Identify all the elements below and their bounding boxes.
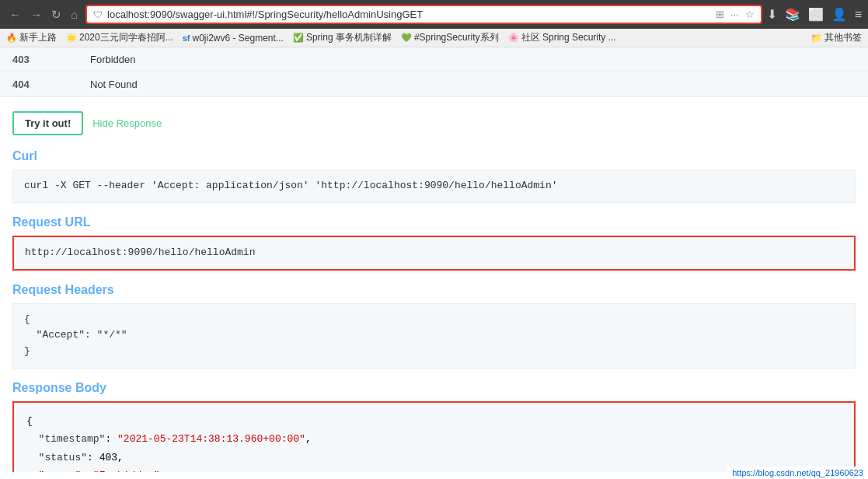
bookmarks-bar: 🔥 新手上路 🌟 2020三元同学春招阿... sf w0ji2wv6 - Se…: [0, 29, 868, 47]
nav-icons: ← → ↻ ⌂: [6, 6, 81, 23]
request-headers-section-header: Request Headers: [0, 277, 868, 300]
back-button[interactable]: ←: [6, 6, 24, 23]
browser-toolbar: ← → ↻ ⌂ 🛡 localhost:9090/swagger-ui.html…: [6, 5, 862, 29]
bookmark-recruit[interactable]: 🌟 2020三元同学春招阿...: [66, 31, 173, 44]
button-row: Try it out! Hide Response: [0, 103, 868, 143]
library-icon[interactable]: 📚: [785, 7, 800, 22]
json-timestamp: "timestamp": "2021-05-23T14:38:13.960+00…: [26, 430, 842, 448]
address-bar[interactable]: 🛡 localhost:9090/swagger-ui.html#!/Sprin…: [85, 5, 762, 24]
browser-chrome: ← → ↻ ⌂ 🛡 localhost:9090/swagger-ui.html…: [0, 0, 868, 29]
tab-icon[interactable]: ⬜: [808, 7, 824, 22]
shield-icon: 🛡: [93, 9, 103, 20]
refresh-button[interactable]: ↻: [48, 6, 64, 23]
bookmark-label: 新手上路: [19, 31, 57, 44]
response-code-404: 404: [0, 72, 78, 97]
response-code-403: 403: [0, 47, 78, 72]
headers-line-1: {: [24, 312, 844, 328]
star-icon: 🌟: [66, 33, 77, 43]
response-desc-404: Not Found: [78, 72, 868, 97]
forward-button[interactable]: →: [27, 6, 45, 23]
green-icon: 💚: [401, 33, 412, 43]
s-icon: sf: [183, 33, 190, 43]
response-body-box: { "timestamp": "2021-05-23T14:38:13.960+…: [12, 401, 856, 472]
response-body-code: { "timestamp": "2021-05-23T14:38:13.960+…: [14, 403, 854, 472]
try-it-out-button[interactable]: Try it out!: [12, 111, 83, 135]
curl-section-header: Curl: [0, 143, 868, 166]
request-headers-value: { "Accept": "*/*" }: [12, 303, 856, 369]
request-url-section-header: Request URL: [0, 209, 868, 233]
hide-response-link[interactable]: Hide Response: [92, 117, 162, 129]
response-desc-403: Forbidden: [78, 47, 868, 72]
table-row: 403 Forbidden: [0, 47, 868, 72]
bookmark-other-folder[interactable]: 📁 其他书签: [810, 31, 862, 44]
profile-icon[interactable]: 👤: [831, 7, 847, 22]
folder-icon: 📁: [810, 33, 822, 44]
bookmark-label: 2020三元同学春招阿...: [79, 31, 173, 44]
swagger-content: 403 Forbidden 404 Not Found Try it out! …: [0, 47, 868, 472]
url-text: localhost:9090/swagger-ui.html#!/SpringS…: [107, 9, 711, 20]
response-table: 403 Forbidden 404 Not Found: [0, 47, 868, 97]
bookmark-star-icon[interactable]: ☆: [745, 9, 755, 20]
response-body-section-header: Response Body: [0, 375, 868, 398]
download-icon[interactable]: ⬇: [767, 7, 777, 22]
bookmark-label: Spring 事务机制详解: [306, 31, 392, 44]
home-button[interactable]: ⌂: [68, 6, 81, 23]
bookmark-spring-security-tag[interactable]: 💚 #SpringSecurity系列: [401, 31, 499, 44]
flower-icon: 🌸: [508, 33, 519, 43]
bookmark-segment[interactable]: sf w0ji2wv6 - Segment...: [183, 33, 284, 44]
qr-icon[interactable]: ⊞: [716, 9, 724, 20]
bookmark-community[interactable]: 🌸 社区 Spring Security ...: [508, 31, 616, 44]
flame-icon: 🔥: [6, 33, 17, 43]
curl-command: curl -X GET --header 'Accept: applicatio…: [12, 170, 856, 203]
bookmark-label: #SpringSecurity系列: [414, 31, 499, 44]
browser-actions: ⬇ 📚 ⬜ 👤 ≡: [767, 7, 862, 22]
more-icon[interactable]: ···: [730, 9, 739, 20]
page-content: 403 Forbidden 404 Not Found Try it out! …: [0, 47, 868, 472]
request-url-value: http://localhost:9090/hello/helloAdmin: [14, 237, 854, 269]
bookmark-label: 社区 Spring Security ...: [521, 31, 616, 44]
headers-line-3: }: [24, 344, 844, 360]
bookmark-spring-tx[interactable]: ✅ Spring 事务机制详解: [293, 31, 392, 44]
json-open-brace: {: [26, 412, 842, 430]
bookmark-label: w0ji2wv6 - Segment...: [192, 33, 283, 44]
check-icon: ✅: [293, 33, 304, 43]
table-row: 404 Not Found: [0, 72, 868, 97]
bookmark-new-user[interactable]: 🔥 新手上路: [6, 31, 57, 44]
address-actions: ⊞ ··· ☆: [716, 9, 755, 20]
status-hint: https://blog.csdn.net/qq_21960623: [727, 467, 868, 472]
json-status: "status": 403,: [26, 449, 842, 467]
request-url-box: http://localhost:9090/hello/helloAdmin: [12, 236, 856, 271]
bookmark-folder-label: 其他书签: [824, 31, 862, 44]
headers-line-2: "Accept": "*/*": [24, 327, 844, 344]
json-error: "error": "Forbidden",: [26, 467, 842, 472]
menu-icon[interactable]: ≡: [855, 8, 862, 22]
